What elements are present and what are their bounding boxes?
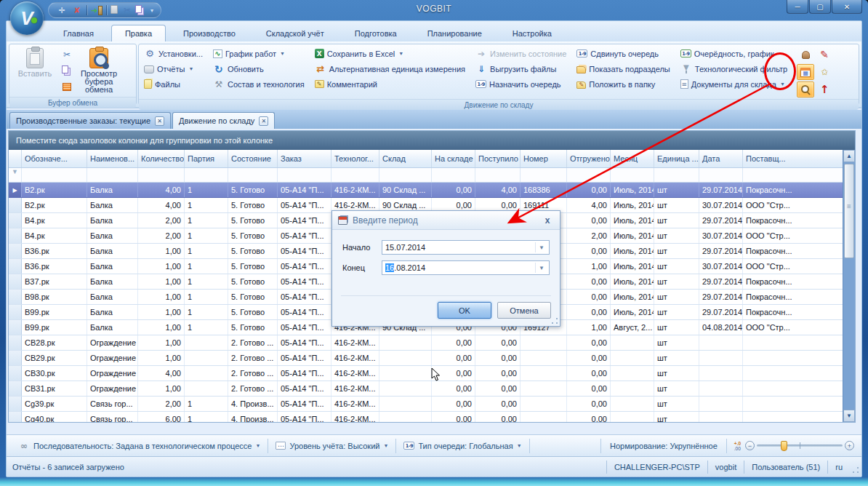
group-by-panel[interactable]: Поместите сюда заголовок колонки для гру… [9,131,855,150]
column-header[interactable]: Наименов... [87,150,138,167]
table-row[interactable]: ▶B2.ркБалка4,0015. Готово05-А14 "П...416… [9,183,855,198]
table-row[interactable]: Сg40.ркСвязь гор...6,0014. Произв...05-А… [9,412,855,422]
ribbon-item[interactable]: Положить в папку [574,76,672,92]
ribbon-tab-Настройка[interactable]: Настройка [499,25,565,41]
icon-button-magnifier-icon[interactable] [797,81,814,97]
filter-cell[interactable] [87,168,138,182]
column-header[interactable]: Дата [699,150,743,167]
document-tab-1[interactable]: Производственные заказы: текущие✕ [9,112,171,129]
ribbon-item[interactable]: Файлы [142,76,205,92]
column-header[interactable]: Месяц [611,150,654,167]
ok-button[interactable]: OK [438,302,491,319]
column-header[interactable] [9,150,22,167]
filter-cell[interactable] [379,168,432,182]
ribbon-item[interactable]: Сдвинуть очередь [574,46,672,61]
filter-cell[interactable] [567,168,611,182]
table-row[interactable]: СВ28.ркОграждение1,002. Готово ...05-А14… [9,335,855,351]
filter-cell[interactable] [185,168,228,182]
column-header[interactable]: Технолог... [331,150,379,167]
table-row[interactable]: СВ30.ркОграждение4,002. Готово ...05-А14… [9,366,855,381]
dialog-close-icon[interactable]: x [541,215,554,226]
ribbon-item[interactable]: Документы для склада▼ [678,76,789,92]
ribbon-tab-Правка[interactable]: Правка [111,25,166,41]
ribbon-item[interactable]: График работ▼ [211,46,307,61]
slider-thumb[interactable] [781,441,787,451]
ribbon-item[interactable]: Комментарий [313,76,467,92]
ribbon-tab-Производство[interactable]: Производство [170,25,249,41]
filter-cell[interactable] [278,168,331,182]
ribbon-tab-Планирование[interactable]: Планирование [414,25,495,41]
column-header[interactable]: На складе [432,150,475,167]
ribbon-item[interactable]: Показать подразделы [574,61,672,76]
filter-cell[interactable] [521,168,567,182]
column-header[interactable]: Единица ... [654,150,699,167]
filter-cell[interactable] [331,168,379,182]
minimize-button[interactable]: ─ [787,0,808,14]
date-input-Конец[interactable]: 16.08.2014▼ [382,260,550,275]
vertical-scrollbar[interactable]: ▲ ▼ [843,150,855,422]
table-row[interactable]: СВ29.ркОграждение1,002. Готово ...05-А14… [9,351,855,366]
view-clipboard-button[interactable]: Просмотр буфера обмена [76,46,121,94]
ribbon-item[interactable]: Изменить состояние [473,46,568,61]
scroll-up-icon[interactable]: ▲ [843,150,855,162]
ribbon-item[interactable]: Обновить [211,61,307,76]
column-header[interactable]: Поступило [475,150,521,167]
column-header[interactable]: Заказ [278,150,331,167]
filter-cell[interactable] [611,168,654,182]
ribbon-item[interactable]: Отчёты▼ [142,61,205,76]
scroll-down-icon[interactable]: ▼ [843,410,855,422]
column-header[interactable]: Количество [138,150,185,167]
vogbit-logo-icon[interactable]: V [10,1,44,35]
options-item[interactable]: Последовательность: Задана в технологиче… [11,439,268,453]
table-row[interactable]: Сg39.ркСвязь гор...2,0014. Произв...05-А… [9,397,855,412]
filter-cell[interactable] [432,168,475,182]
column-header[interactable]: Номер [521,150,567,167]
ribbon-item[interactable]: Технологический фильтр [678,61,789,76]
scrollbar-thumb[interactable] [844,164,854,258]
tab-close-icon[interactable]: ✕ [155,116,164,126]
ribbon-tab-Главная[interactable]: Главная [50,25,107,41]
filter-cell[interactable] [22,168,87,182]
maximize-button[interactable]: ▢ [809,0,831,14]
dropdown-arrow-icon[interactable]: ▼ [535,242,547,252]
ribbon-item[interactable]: Назначить очередь [473,76,568,92]
table-row[interactable]: СВ31.ркОграждение1,002. Готово ...05-А14… [9,381,855,397]
document-tab-2[interactable]: Движение по складу✕ [172,112,275,129]
dialog-resize-grip[interactable] [551,317,558,324]
resize-grip[interactable] [851,466,860,474]
column-header[interactable]: Состояние [228,150,278,167]
column-header[interactable]: Склад [379,150,432,167]
small-button-cut-icon[interactable] [60,47,74,62]
ribbon-tab-Подготовка[interactable]: Подготовка [342,25,410,41]
icon-button-star-icon[interactable] [816,64,833,80]
filter-cell[interactable] [654,168,699,182]
small-button-copy-icon[interactable] [60,63,74,78]
filter-cell[interactable] [743,168,845,182]
ribbon-item[interactable]: Установки... [142,46,205,61]
filter-cell[interactable] [475,168,521,182]
ribbon-item[interactable]: Состав и технология [211,76,307,92]
tab-close-icon[interactable]: ✕ [259,116,268,126]
ribbon-item[interactable]: Выгрузить файлы [473,61,568,76]
ribbon-item[interactable]: Сохранить в Excel▼ [313,46,467,61]
ribbon-item[interactable]: Очерёдность, график [678,46,789,61]
column-header[interactable]: Отгружено [567,150,611,167]
ribbon-item[interactable]: Альтернативная единица измерения [313,61,467,76]
date-input-Начало[interactable]: 15.07.2014▼ [382,240,550,255]
column-header[interactable]: Партия [185,150,228,167]
icon-button-calendar-period-icon[interactable] [797,64,814,80]
small-button-paste-special-icon[interactable] [60,79,74,94]
filter-cell[interactable] [699,168,743,182]
close-button[interactable]: ✕ [832,0,862,14]
icon-button-stamp-icon[interactable] [797,47,814,63]
column-header[interactable]: Поставщ... [743,150,845,167]
slider-minus-icon[interactable]: − [745,441,755,450]
decimal-places-icon[interactable]: +.0.00 [734,441,741,451]
filter-cell[interactable] [138,168,185,182]
options-item[interactable]: Тип очереди: Глобальная▼ [396,439,529,453]
icon-button-red-pencil-icon[interactable] [816,47,833,63]
paste-button[interactable]: Вставить [12,46,57,78]
filter-cell-selector[interactable]: ▼ [9,168,22,182]
slider-plus-icon[interactable]: + [845,441,854,450]
options-item[interactable]: Уровень учёта: Высокий▼ [268,439,396,453]
